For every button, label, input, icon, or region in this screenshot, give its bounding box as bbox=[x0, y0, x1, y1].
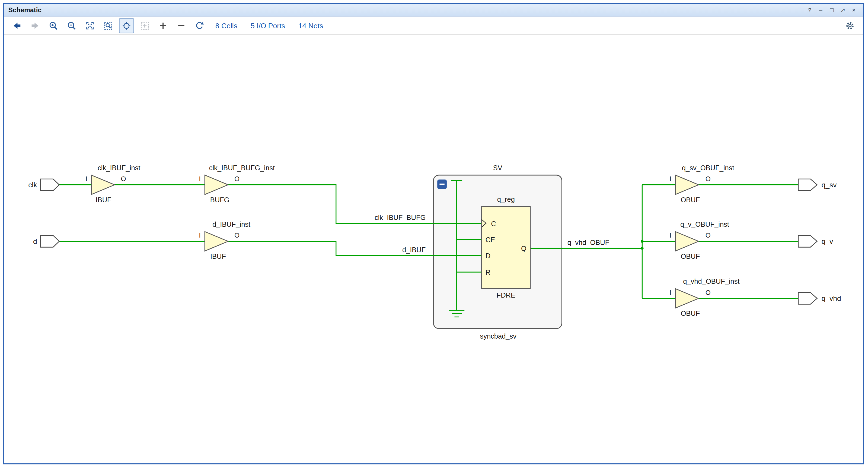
cell-instance-label: q_reg bbox=[497, 196, 515, 203]
zoom-fit-icon bbox=[85, 21, 95, 30]
window-title: Schematic bbox=[8, 6, 42, 14]
cell-instance-label: d_IBUF_inst bbox=[212, 221, 250, 228]
remove-from-schematic-button[interactable] bbox=[174, 18, 189, 33]
pin-label-i: I bbox=[670, 232, 671, 239]
module-name-label: SV bbox=[493, 164, 502, 172]
net-label-d-ibuf: d_IBUF bbox=[402, 246, 426, 254]
port-d[interactable] bbox=[40, 235, 59, 247]
net-junction-dot bbox=[641, 240, 644, 243]
cell-q-sv-obuf: q_sv_OBUF_inst OBUF I O bbox=[670, 164, 734, 204]
pin-label-i: I bbox=[199, 232, 201, 239]
pin-label-d: D bbox=[486, 252, 490, 260]
port-label-clk: clk bbox=[28, 181, 37, 189]
titlebar: Schematic ? – □ ↗ × bbox=[4, 4, 863, 17]
cell-type-label: IBUF bbox=[96, 196, 112, 204]
cell-instance-label: clk_IBUF_inst bbox=[98, 164, 140, 172]
expand-selection-icon bbox=[140, 21, 150, 30]
float-icon[interactable]: ↗ bbox=[838, 5, 848, 14]
schematic-canvas[interactable]: clk d q_sv q_v q_vhd clk_IBUF_inst IBUF … bbox=[4, 35, 863, 464]
gear-icon bbox=[845, 21, 855, 30]
back-arrow-icon bbox=[12, 21, 22, 30]
cell-d-ibuf: d_IBUF_inst IBUF I O bbox=[199, 221, 250, 260]
minus-icon bbox=[177, 21, 186, 30]
net-label-q-vhd-obuf: q_vhd_OBUF bbox=[567, 239, 610, 246]
port-label-d: d bbox=[33, 237, 37, 245]
cell-clk-bufg-shape[interactable] bbox=[205, 175, 228, 195]
port-q-v[interactable] bbox=[798, 235, 817, 247]
cell-q-sv-obuf-shape[interactable] bbox=[675, 175, 699, 195]
zoom-fit-button[interactable] bbox=[83, 18, 97, 33]
cell-instance-label: q_v_OBUF_inst bbox=[680, 221, 729, 228]
zoom-to-selection-button[interactable] bbox=[101, 18, 116, 33]
pin-label-o: O bbox=[235, 175, 240, 182]
autofit-selection-icon bbox=[122, 21, 131, 30]
collapse-minus-icon bbox=[439, 183, 444, 185]
close-icon[interactable]: × bbox=[849, 5, 859, 14]
pin-label-q: Q bbox=[521, 245, 527, 252]
help-icon[interactable]: ? bbox=[805, 5, 814, 14]
port-label-q-vhd: q_vhd bbox=[822, 294, 841, 302]
module-instance-label: syncbad_sv bbox=[480, 332, 517, 340]
pin-label-i: I bbox=[670, 175, 671, 182]
pin-label-i: I bbox=[86, 175, 87, 182]
port-q-vhd[interactable] bbox=[798, 293, 817, 304]
cell-q-v-obuf-shape[interactable] bbox=[675, 232, 699, 251]
zoom-out-button[interactable] bbox=[64, 18, 79, 33]
pin-label-c: C bbox=[491, 220, 496, 228]
cell-clk-ibuf-shape[interactable] bbox=[91, 175, 115, 195]
cell-clk-bufg: clk_IBUF_BUFG_inst BUFG I O bbox=[199, 164, 275, 204]
zoom-to-selection-icon bbox=[104, 21, 113, 30]
maximize-icon[interactable]: □ bbox=[827, 5, 837, 14]
zoom-in-icon bbox=[49, 21, 58, 30]
cell-type-label: BUFG bbox=[210, 196, 229, 204]
pin-label-ce: CE bbox=[486, 236, 495, 243]
cell-type-label: OBUF bbox=[681, 310, 700, 317]
port-label-q-sv: q_sv bbox=[822, 181, 837, 189]
pin-label-o: O bbox=[121, 175, 126, 182]
forward-arrow-icon bbox=[30, 21, 40, 30]
forward-button[interactable] bbox=[28, 18, 42, 33]
net-label-clk-ibuf-bufg: clk_IBUF_BUFG bbox=[375, 214, 426, 221]
expand-selection-button[interactable] bbox=[137, 18, 152, 33]
regenerate-button[interactable] bbox=[192, 18, 207, 33]
refresh-icon bbox=[195, 21, 204, 30]
autofit-selection-button[interactable] bbox=[119, 18, 134, 33]
zoom-in-button[interactable] bbox=[46, 18, 61, 33]
cells-link[interactable]: 8 Cells bbox=[215, 22, 237, 30]
zoom-out-icon bbox=[67, 21, 76, 30]
port-q-sv[interactable] bbox=[798, 179, 817, 191]
window-controls: ? – □ ↗ × bbox=[805, 5, 859, 14]
schematic-svg: clk d q_sv q_v q_vhd clk_IBUF_inst IBUF … bbox=[4, 35, 863, 464]
pin-label-o: O bbox=[235, 232, 240, 239]
pin-label-o: O bbox=[706, 289, 711, 296]
cell-q-reg-fdre: q_reg FDRE C CE D R Q bbox=[482, 196, 530, 299]
nets-link[interactable]: 14 Nets bbox=[299, 22, 323, 30]
pin-label-o: O bbox=[706, 232, 711, 239]
cell-q-vhd-obuf: q_vhd_OBUF_inst OBUF I O bbox=[670, 278, 740, 317]
cell-type-label: FDRE bbox=[497, 291, 516, 299]
cell-type-label: IBUF bbox=[210, 253, 226, 260]
cell-q-vhd-obuf-shape[interactable] bbox=[675, 289, 699, 308]
pin-label-i: I bbox=[670, 289, 671, 296]
net-junction-dot bbox=[641, 247, 644, 250]
plus-icon bbox=[158, 21, 168, 30]
schematic-toolbar: 8 Cells 5 I/O Ports 14 Nets bbox=[4, 17, 863, 35]
cell-type-label: OBUF bbox=[681, 253, 700, 260]
settings-button[interactable] bbox=[842, 18, 858, 33]
pin-label-r: R bbox=[486, 268, 490, 276]
add-to-schematic-button[interactable] bbox=[155, 18, 170, 33]
io-ports-link[interactable]: 5 I/O Ports bbox=[251, 22, 285, 30]
schematic-window: Schematic ? – □ ↗ × bbox=[3, 3, 864, 464]
pin-label-i: I bbox=[199, 175, 201, 182]
cell-clk-ibuf: clk_IBUF_inst IBUF I O bbox=[86, 164, 140, 204]
back-button[interactable] bbox=[9, 18, 24, 33]
minimize-icon[interactable]: – bbox=[816, 5, 826, 14]
cell-q-v-obuf: q_v_OBUF_inst OBUF I O bbox=[670, 221, 729, 260]
cell-instance-label: clk_IBUF_BUFG_inst bbox=[209, 164, 275, 172]
cell-type-label: OBUF bbox=[681, 196, 700, 204]
cell-instance-label: q_sv_OBUF_inst bbox=[682, 164, 734, 172]
cell-d-ibuf-shape[interactable] bbox=[205, 232, 228, 251]
port-clk[interactable] bbox=[40, 179, 59, 191]
cell-instance-label: q_vhd_OBUF_inst bbox=[683, 278, 739, 285]
port-label-q-v: q_v bbox=[822, 237, 833, 245]
